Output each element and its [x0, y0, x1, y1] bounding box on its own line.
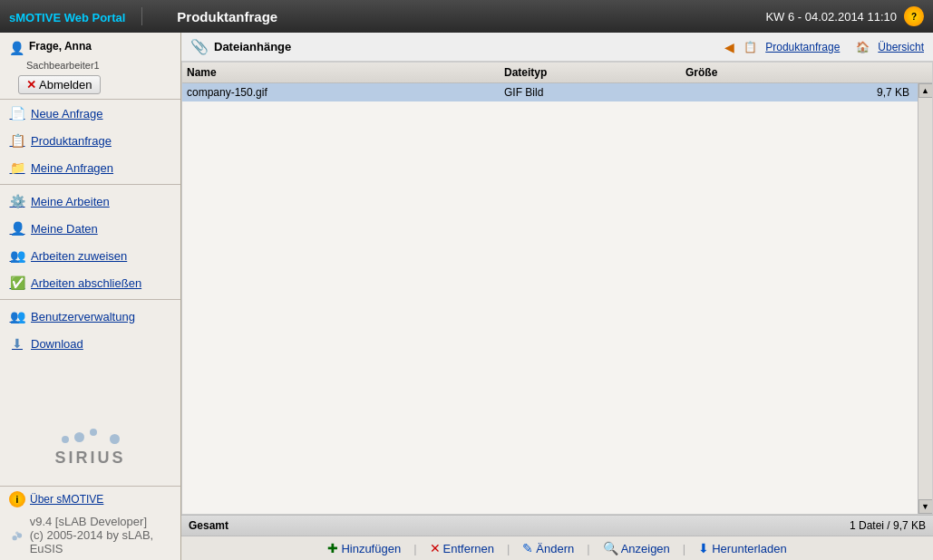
edit-label: Ändern [536, 542, 574, 555]
sidebar-item-arbeiten-abschliessen[interactable]: ✅ Arbeiten abschließen [0, 269, 180, 296]
separator: | [683, 542, 685, 555]
sidebar-item-meine-arbeiten[interactable]: ⚙️ Meine Arbeiten [0, 188, 180, 215]
sirius-dots [9, 429, 171, 444]
sirius-logo: SIRIUS [0, 410, 180, 486]
nav-label: Neue Anfrage [31, 107, 103, 121]
logout-button[interactable]: ✕ Abmelden [18, 75, 101, 94]
cell-name: company-150.gif [187, 86, 504, 99]
nav-label: Meine Arbeiten [31, 195, 110, 208]
user-role: Sachbearbeiter1 [26, 60, 171, 71]
sidebar-item-download[interactable]: ⬇ Download [0, 330, 180, 357]
dot [90, 429, 97, 436]
produktanfrage-nav-link[interactable]: Produktanfrage [765, 41, 840, 53]
nav-divider [0, 184, 180, 185]
assign-icon: 👥 [9, 247, 25, 264]
nav-label: Arbeiten zuweisen [31, 249, 127, 263]
clock-icon: ? [904, 6, 924, 26]
svg-point-0 [13, 536, 17, 540]
header-right: KW 6 - 04.02.2014 11:10 ? [765, 6, 924, 26]
content-header: 📎 Dateianhänge ◀ 📋 Produktanfrage 🏠 Über… [181, 33, 933, 62]
person-icon: 👤 [9, 220, 25, 237]
folder-icon: 📁 [9, 159, 25, 176]
file-table: Name Dateityp Größe company-150.gif GIF … [181, 62, 933, 515]
version-text-block: v9.4 [sLAB Developer] (c) 2005-2014 by s… [30, 515, 171, 555]
sidebar-item-neue-anfrage[interactable]: 📄 Neue Anfrage [0, 100, 180, 127]
header: sMOTIVE Web Portal Produktanfrage KW 6 -… [0, 0, 933, 33]
x-icon: ✕ [26, 78, 36, 92]
sidebar: 👤 Frage, Anna Sachbearbeiter1 ✕ Abmelden… [0, 33, 181, 560]
user-name: Frage, Anna [29, 40, 92, 53]
total-label: Gesamt [189, 519, 228, 532]
about-icon: i [9, 491, 25, 507]
total-count: 1 Datei / 9,7 KB [850, 519, 926, 532]
about-section: i Über sMOTIVE [0, 486, 180, 512]
version-line2: (c) 2005-2014 by sLAB, EuSIS [30, 528, 171, 555]
cell-type: GIF Bild [504, 86, 685, 99]
app-title: sMOTIVE Web Portal [9, 9, 125, 24]
download-icon: ⬇ [9, 335, 25, 352]
view-label: Anzeigen [621, 542, 670, 555]
nav-label: Benutzerverwaltung [31, 310, 135, 323]
content-nav: ◀ 📋 Produktanfrage 🏠 Übersicht [724, 39, 924, 55]
date-info: KW 6 - 04.02.2014 11:10 [765, 10, 897, 24]
attachment-icon: 📎 [190, 38, 209, 55]
sidebar-item-meine-anfragen[interactable]: 📁 Meine Anfragen [0, 154, 180, 181]
herunterladen-button[interactable]: ⬇ Herunterladen [698, 541, 786, 555]
table-row[interactable]: company-150.gif GIF Bild 9,7 KB [182, 83, 932, 101]
check-icon: ✅ [9, 275, 25, 291]
user-info: 👤 Frage, Anna [9, 40, 171, 55]
page-title: Produktanfrage [177, 9, 277, 24]
dot [62, 436, 69, 443]
document-icon: 📄 [9, 105, 25, 121]
remove-button[interactable]: ✕ Entfernen [430, 541, 494, 555]
action-bar: ✚ Hinzufügen | ✕ Entfernen | ✎ Ändern | … [181, 536, 933, 560]
table-body: company-150.gif GIF Bild 9,7 KB ▲ ▼ [182, 83, 932, 514]
overview-nav-icon: 🏠 [854, 39, 870, 55]
nav-label: Arbeiten abschließen [31, 276, 141, 290]
sirius-small-logo [9, 526, 25, 545]
remove-icon: ✕ [430, 541, 441, 555]
overview-nav-link[interactable]: Übersicht [878, 41, 924, 53]
header-left: sMOTIVE Web Portal Produktanfrage [9, 7, 277, 25]
nav-label: Produktanfrage [31, 134, 112, 148]
remove-label: Entfernen [443, 542, 494, 555]
content-title-text: Dateianhänge [214, 40, 291, 53]
sidebar-item-meine-daten[interactable]: 👤 Meine Daten [0, 215, 180, 242]
add-icon: ✚ [327, 541, 338, 555]
separator: | [413, 542, 416, 555]
scroll-down-button[interactable]: ▼ [918, 499, 933, 514]
table-header: Name Dateityp Größe [182, 63, 932, 83]
nav-divider-2 [0, 299, 180, 300]
separator: | [587, 542, 589, 555]
view-icon: 🔍 [603, 541, 618, 555]
dot [74, 432, 84, 442]
nav-label: Meine Daten [31, 222, 98, 236]
add-label: Hinzufügen [341, 542, 401, 555]
content-area: 📎 Dateianhänge ◀ 📋 Produktanfrage 🏠 Über… [181, 33, 933, 560]
col-header-type: Dateityp [504, 66, 685, 79]
col-header-name: Name [187, 66, 504, 79]
sidebar-item-benutzerverwaltung[interactable]: 👥 Benutzerverwaltung [0, 303, 180, 330]
herunterladen-icon: ⬇ [698, 541, 709, 555]
col-header-size: Größe [685, 66, 928, 79]
gear-icon: ⚙️ [9, 193, 25, 209]
document-icon: 📋 [9, 132, 25, 149]
view-button[interactable]: 🔍 Anzeigen [603, 541, 670, 555]
produktanfrage-nav-icon: 📋 [742, 39, 758, 55]
sidebar-item-arbeiten-zuweisen[interactable]: 👥 Arbeiten zuweisen [0, 242, 180, 269]
edit-icon: ✎ [522, 541, 533, 555]
add-button[interactable]: ✚ Hinzufügen [327, 541, 401, 555]
main-layout: 👤 Frage, Anna Sachbearbeiter1 ✕ Abmelden… [0, 33, 933, 560]
nav-label: Meine Anfragen [31, 161, 113, 175]
logout-label: Abmelden [39, 78, 92, 92]
nav-menu: 📄 Neue Anfrage 📋 Produktanfrage 📁 Meine … [0, 100, 180, 410]
edit-button[interactable]: ✎ Ändern [522, 541, 574, 555]
sidebar-item-produktanfrage[interactable]: 📋 Produktanfrage [0, 127, 180, 154]
footer-bar: Gesamt 1 Datei / 9,7 KB [181, 515, 933, 536]
content-title: 📎 Dateianhänge [190, 38, 291, 55]
version-info: v9.4 [sLAB Developer] (c) 2005-2014 by s… [0, 512, 180, 560]
about-link[interactable]: Über sMOTIVE [30, 493, 103, 506]
scrollbar[interactable]: ▲ ▼ [918, 83, 932, 514]
scroll-up-button[interactable]: ▲ [918, 83, 933, 98]
cell-size: 9,7 KB [685, 86, 928, 99]
